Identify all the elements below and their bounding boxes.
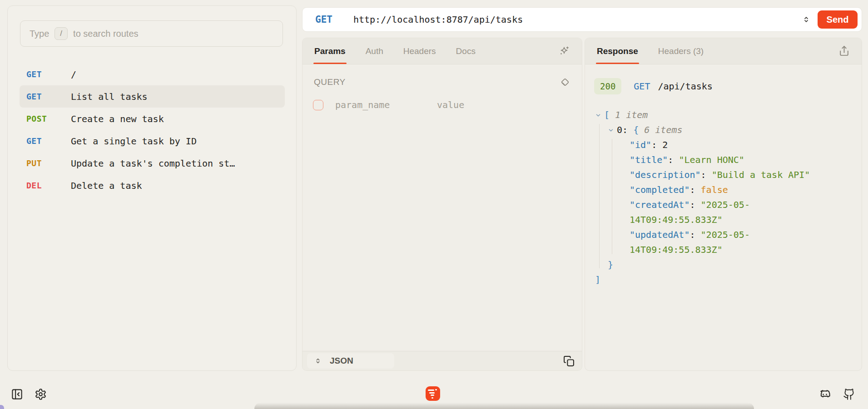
route-method-badge: GET — [26, 136, 71, 146]
tree-expand-chevron-icon[interactable] — [608, 127, 617, 133]
route-item-put-update-a-task-s-completion-st[interactable]: PUTUpdate a task's completion st… — [20, 152, 285, 174]
json-token-str: 14T09:49:55.833Z" — [630, 212, 723, 227]
json-token-meta: 6 items — [639, 123, 682, 138]
route-label: Delete a task — [71, 180, 142, 191]
tab-auth[interactable]: Auth — [366, 38, 383, 64]
json-token-str: "2025-05- — [701, 197, 750, 212]
route-method-badge: POST — [26, 114, 71, 123]
json-line: 0: { 6 items — [595, 123, 862, 138]
json-token-punc: : — [689, 182, 700, 197]
query-label: QUERY — [314, 77, 346, 87]
background-sliver — [0, 405, 4, 409]
json-token-key: "title" — [630, 153, 668, 168]
send-button[interactable]: Send — [818, 10, 858, 29]
request-tabbar: ParamsAuthHeadersDocs — [303, 38, 582, 64]
tab-response[interactable]: Response — [597, 38, 638, 64]
route-label: Get a single task by ID — [71, 136, 197, 147]
dock-shadow — [254, 403, 754, 409]
slash-shortcut-kbd: / — [55, 27, 68, 40]
json-token-str: "Learn HONC" — [679, 153, 744, 168]
eraser-icon[interactable] — [559, 76, 571, 88]
json-token-key: "updatedAt" — [630, 227, 689, 242]
json-token-brace: { — [633, 123, 639, 138]
route-label: Update a task's completion st… — [71, 158, 235, 169]
tab-docs[interactable]: Docs — [456, 38, 476, 64]
sparkle-ai-icon[interactable] — [558, 45, 570, 57]
github-icon[interactable] — [843, 388, 855, 400]
response-json-tree: [ 1 item0: { 6 items"id": 2"title": "Lea… — [595, 108, 862, 287]
fiberplane-logo[interactable] — [426, 386, 440, 401]
response-panel-body: 200 GET /api/tasks [ 1 item0: { 6 items"… — [585, 64, 862, 370]
json-token-brace: [ — [604, 108, 610, 123]
json-line: "description": "Build a task API" — [595, 168, 862, 182]
route-label: Create a new task — [71, 113, 164, 124]
json-token-num: 2 — [662, 138, 668, 153]
json-token-key: "completed" — [630, 182, 689, 197]
json-line: "completed": false — [595, 182, 862, 197]
json-line: 14T09:49:55.833Z" — [595, 212, 862, 227]
body-format-select[interactable]: JSON — [307, 353, 394, 369]
json-line: 14T09:49:55.833Z" — [595, 242, 862, 257]
param-value-input[interactable] — [436, 99, 538, 111]
route-method-badge: DEL — [26, 181, 71, 190]
json-token-meta: 1 item — [610, 108, 648, 123]
route-item-get-list-all-tasks[interactable]: GETList all tasks — [20, 85, 285, 108]
json-token-str: "Build a task API" — [712, 168, 810, 182]
request-tabs: ParamsAuthHeadersDocs — [314, 38, 476, 64]
search-suffix-label: to search routes — [73, 29, 138, 39]
url-input[interactable] — [352, 14, 802, 25]
query-section-header: QUERY — [303, 64, 582, 88]
query-param-row — [303, 88, 582, 111]
route-method-badge: GET — [26, 69, 71, 79]
settings-gear-icon[interactable] — [35, 388, 47, 400]
json-token-str: "2025-05- — [701, 227, 750, 242]
json-token-punc: : — [622, 123, 633, 138]
route-search-input[interactable]: Type / to search routes — [20, 20, 283, 47]
route-label: / — [71, 69, 76, 80]
json-token-punc: : — [651, 138, 662, 153]
route-item-get-get-a-single-task-by-id[interactable]: GETGet a single task by ID — [20, 130, 285, 152]
copy-icon — [563, 355, 575, 367]
json-line: "id": 2 — [595, 138, 862, 153]
json-lines: [ 1 item0: { 6 items"id": 2"title": "Lea… — [595, 108, 862, 287]
param-name-input[interactable] — [334, 99, 425, 111]
share-icon[interactable] — [838, 45, 850, 57]
request-panel-footer: JSON — [303, 351, 582, 370]
route-method-badge: GET — [26, 92, 71, 101]
json-line: "title": "Learn HONC" — [595, 153, 862, 168]
response-path: /api/tasks — [658, 81, 712, 92]
chevrons-up-down-icon — [314, 357, 322, 365]
route-item-get[interactable]: GET/ — [20, 63, 285, 85]
tab-headers[interactable]: Headers — [403, 38, 436, 64]
json-token-punc: : — [668, 153, 679, 168]
panel-collapse-icon[interactable] — [11, 388, 23, 400]
discord-icon[interactable] — [818, 389, 832, 400]
json-line: ] — [595, 272, 862, 287]
chevrons-up-down-icon[interactable] — [802, 15, 810, 24]
route-item-post-create-a-new-task[interactable]: POSTCreate a new task — [20, 108, 285, 130]
json-line: "updatedAt": "2025-05- — [595, 227, 862, 242]
tab-headers-3[interactable]: Headers (3) — [658, 38, 704, 64]
json-token-bool: false — [701, 182, 728, 197]
response-method: GET — [634, 81, 650, 92]
json-token-key: "description" — [630, 168, 701, 182]
status-badge: 200 — [594, 78, 621, 94]
json-token-punc: : — [689, 197, 700, 212]
param-enabled-checkbox[interactable] — [313, 100, 323, 110]
json-token-str: 14T09:49:55.833Z" — [630, 242, 723, 257]
indent-guide — [599, 124, 600, 268]
method-select[interactable]: GET — [315, 14, 332, 25]
response-tabbar: ResponseHeaders (3) — [585, 38, 862, 64]
request-panel: ParamsAuthHeadersDocs QUERY JSON — [302, 38, 582, 371]
indent-guide — [612, 139, 612, 254]
route-item-del-delete-a-task[interactable]: DELDelete a task — [20, 174, 285, 197]
json-line: } — [595, 257, 862, 272]
route-label: List all tasks — [71, 91, 148, 102]
json-token-brace: } — [608, 257, 613, 272]
response-panel: ResponseHeaders (3) 200 GET /api/tasks [… — [585, 38, 862, 371]
tab-params[interactable]: Params — [314, 38, 346, 64]
route-list: GET/GETList all tasksPOSTCreate a new ta… — [20, 63, 285, 197]
copy-button[interactable] — [560, 355, 577, 367]
tree-expand-chevron-icon[interactable] — [595, 112, 604, 118]
json-token-punc: : — [689, 227, 700, 242]
